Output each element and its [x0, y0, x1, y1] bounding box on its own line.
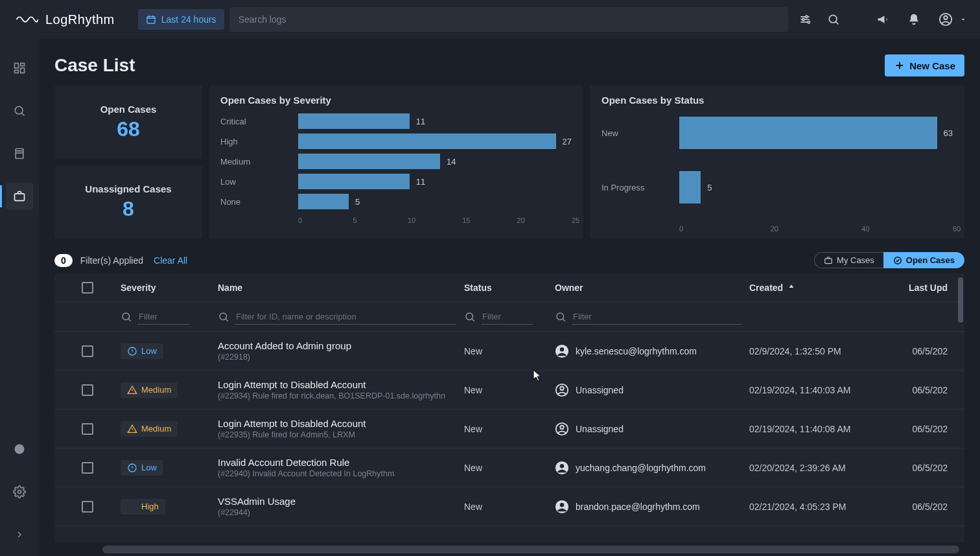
- search-icon[interactable]: [464, 311, 476, 323]
- case-subtitle: (#22934) Rule fired for rick.dean, BO1SE…: [218, 391, 456, 400]
- svg-point-20: [466, 313, 473, 320]
- bell-icon[interactable]: [907, 13, 920, 26]
- logo: LogRhythm: [16, 12, 115, 27]
- row-checkbox[interactable]: [82, 384, 93, 396]
- chart-bar[interactable]: [298, 154, 440, 169]
- row-checkbox[interactable]: [82, 423, 93, 435]
- check-circle-icon: [893, 256, 902, 265]
- my-cases-toggle[interactable]: My Cases: [814, 252, 883, 268]
- case-created: 02/20/2024, 2:39:26 AM: [741, 463, 878, 473]
- col-status[interactable]: Status: [456, 283, 547, 293]
- nav-search[interactable]: [6, 97, 33, 124]
- logo-icon: [16, 13, 39, 26]
- filters-applied-label: Filter(s) Applied: [80, 255, 143, 266]
- unassigned-cases-card[interactable]: Unassigned Cases 8: [54, 166, 202, 240]
- case-last-updated: 06/5/202: [878, 424, 955, 434]
- chart-value: 27: [563, 137, 572, 146]
- chart-category: None: [220, 197, 298, 207]
- table-row[interactable]: Medium Login Attempt to Disabled Account…: [54, 410, 964, 448]
- case-status: New: [456, 502, 547, 512]
- brand-text: LogRhythm: [45, 12, 115, 27]
- chart-bar[interactable]: [298, 113, 410, 129]
- case-last-updated: 06/5/202: [878, 502, 955, 512]
- col-severity[interactable]: Severity: [113, 283, 210, 293]
- chart-value: 14: [447, 157, 456, 167]
- owner-filter-input[interactable]: [572, 309, 741, 325]
- table-row[interactable]: High VSSAdmin Usage (#22944) New brandon…: [54, 487, 964, 526]
- chart-bar[interactable]: [298, 133, 556, 149]
- clear-all-filters[interactable]: Clear All: [154, 255, 187, 266]
- case-name: Login Attempt to Disabled Account: [218, 418, 456, 429]
- severity-pill: Low: [121, 343, 163, 359]
- case-owner: Unassigned: [547, 383, 741, 397]
- open-cases-card[interactable]: Open Cases 68: [54, 86, 202, 159]
- chart-value: 5: [707, 183, 712, 192]
- chart-bar[interactable]: [298, 194, 349, 209]
- status-filter-input[interactable]: [481, 309, 533, 325]
- page-title: Case List: [54, 55, 135, 76]
- nav-collapse[interactable]: [6, 521, 33, 548]
- row-checkbox[interactable]: [82, 462, 93, 474]
- chart-category: High: [220, 137, 298, 146]
- svg-point-32: [128, 503, 136, 511]
- user-menu[interactable]: [939, 12, 967, 27]
- vertical-scrollbar[interactable]: [958, 277, 963, 323]
- severity-chart: Open Cases by Severity Critical 11 High …: [209, 86, 583, 239]
- table-filter-row: [54, 302, 964, 332]
- case-subtitle: (#22935) Rule fired for Admin5, LRXM: [218, 430, 456, 439]
- search-icon[interactable]: [827, 13, 840, 26]
- col-owner[interactable]: Owner: [547, 283, 741, 293]
- severity-pill: Low: [121, 460, 163, 476]
- col-last-updated[interactable]: Last Upd: [878, 283, 955, 293]
- chart-bar[interactable]: [679, 171, 701, 203]
- name-filter-input[interactable]: [235, 309, 456, 325]
- col-created[interactable]: Created: [741, 283, 878, 293]
- nav-library[interactable]: [6, 140, 33, 167]
- svg-rect-8: [21, 64, 25, 66]
- svg-point-19: [220, 313, 227, 320]
- new-case-button[interactable]: New Case: [885, 54, 964, 76]
- top-bar: LogRhythm Last 24 hours: [0, 0, 980, 39]
- table-header: Severity Name Status Owner Created Last …: [54, 273, 964, 302]
- col-name[interactable]: Name: [210, 283, 456, 293]
- case-status: New: [456, 463, 547, 473]
- search-icon[interactable]: [218, 311, 229, 323]
- chart-value: 11: [416, 177, 425, 187]
- case-last-updated: 06/5/202: [878, 463, 955, 473]
- case-last-updated: 06/5/202: [878, 385, 955, 395]
- svg-point-14: [15, 445, 25, 454]
- chart-bar[interactable]: [298, 174, 410, 189]
- sliders-icon[interactable]: [799, 13, 811, 26]
- nav-dashboard[interactable]: [6, 54, 33, 82]
- select-all-checkbox[interactable]: [82, 282, 93, 294]
- time-range-selector[interactable]: Last 24 hours: [138, 9, 224, 30]
- case-name: VSSAdmin Usage: [218, 496, 456, 507]
- svg-point-15: [18, 491, 21, 494]
- case-status: New: [456, 346, 547, 356]
- announcement-icon[interactable]: [876, 13, 889, 26]
- status-chart: Open Cases by Status New 63 In Progress …: [590, 86, 964, 239]
- svg-point-3: [808, 21, 810, 23]
- nav-cases[interactable]: [6, 183, 33, 210]
- nav-settings[interactable]: [6, 478, 33, 505]
- chart-bar[interactable]: [679, 117, 937, 149]
- log-search-input[interactable]: [229, 7, 788, 32]
- severity-filter-input[interactable]: [137, 309, 189, 325]
- chart-value: 11: [416, 117, 425, 126]
- briefcase-icon: [824, 256, 833, 265]
- search-icon[interactable]: [121, 311, 132, 323]
- table-row[interactable]: Low Account Added to Admin group (#22918…: [54, 332, 964, 371]
- row-checkbox[interactable]: [82, 345, 93, 357]
- case-owner: kyle.senescu@logrhythm.com: [547, 344, 741, 358]
- search-icon[interactable]: [555, 311, 566, 323]
- horizontal-scrollbar[interactable]: [102, 546, 959, 553]
- table-row[interactable]: Medium Login Attempt to Disabled Account…: [54, 371, 964, 410]
- case-name: Login Attempt to Disabled Account: [218, 379, 456, 390]
- svg-rect-9: [21, 68, 25, 73]
- row-checkbox[interactable]: [82, 501, 93, 513]
- open-cases-toggle[interactable]: Open Cases: [883, 252, 964, 268]
- table-row[interactable]: Low Invalid Account Detection Rule (#229…: [54, 448, 964, 487]
- nav-help[interactable]: [6, 435, 33, 463]
- sort-ascending-icon: [787, 283, 796, 292]
- chart-category: New: [601, 128, 679, 138]
